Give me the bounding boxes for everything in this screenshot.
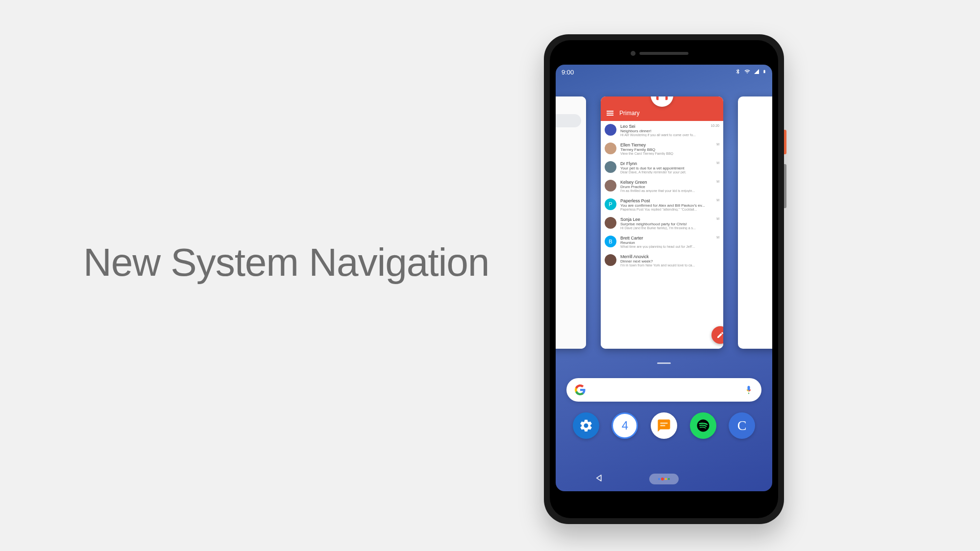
dock-calendar-icon[interactable]: 4: [612, 412, 638, 439]
speaker-grille: [639, 52, 688, 55]
navigation-bar: [556, 467, 772, 491]
recent-app-next[interactable]: [738, 96, 772, 349]
settings-search-bar[interactable]: Search settings: [556, 114, 581, 127]
avatar: B: [605, 236, 616, 247]
app-dock: 4 C: [556, 412, 772, 439]
avatar: [605, 217, 616, 229]
google-search-bar[interactable]: [566, 378, 761, 402]
settings-item[interactable]: Network & InternetWi-Fi, mobile, data us…: [556, 134, 586, 151]
assistant-icon: [658, 478, 670, 480]
email-item[interactable]: PPaperless PostMYou are confirmed for Al…: [601, 195, 723, 214]
settings-item[interactable]: Storage52% used - 30.60 GB free: [556, 234, 586, 251]
dock-settings-icon[interactable]: [573, 412, 599, 439]
email-item[interactable]: Sonja LeeMSurprise neighborhood party fo…: [601, 214, 723, 233]
recent-app-gmail[interactable]: Primary Leo Sei10:20Neighbors dinner!Hi …: [601, 96, 723, 349]
dock-messages-icon[interactable]: [651, 412, 677, 439]
back-button[interactable]: [595, 474, 604, 484]
recent-app-settings[interactable]: Search settings Network & InternetWi-Fi,…: [556, 96, 586, 349]
power-button[interactable]: [784, 130, 786, 154]
email-item[interactable]: Leo Sei10:20Neighbors dinner!Hi All! Won…: [601, 121, 723, 140]
home-pill-button[interactable]: [649, 474, 679, 484]
settings-item[interactable]: Battery100% - 1 h 30 min left until full…: [556, 184, 586, 201]
email-item[interactable]: Merrill AnovickDinner next week?I'm in t…: [601, 251, 723, 270]
dock-spotify-icon[interactable]: [690, 412, 716, 439]
bluetooth-icon: [735, 69, 741, 76]
compose-button[interactable]: [711, 326, 723, 344]
email-item[interactable]: Dr FlynnMYour pet is due for a vet appoi…: [601, 158, 723, 177]
battery-icon: [762, 68, 766, 76]
drag-indicator-icon: [657, 362, 671, 364]
svg-rect-1: [660, 425, 665, 427]
gmail-category-label: Primary: [619, 110, 639, 117]
avatar: [605, 254, 616, 266]
svg-rect-0: [660, 423, 667, 424]
wifi-icon: [744, 69, 751, 76]
recent-apps-carousel[interactable]: Search settings Network & InternetWi-Fi,…: [556, 82, 772, 349]
email-list[interactable]: Leo Sei10:20Neighbors dinner!Hi All! Won…: [601, 121, 723, 349]
signal-icon: [754, 69, 760, 76]
avatar: [605, 161, 616, 173]
avatar: P: [605, 198, 616, 210]
hamburger-menu-icon[interactable]: [607, 111, 613, 116]
status-time: 9:00: [562, 69, 574, 76]
settings-item[interactable]: DisplayWallpaper, sleep, font size: [556, 201, 586, 217]
avatar: [605, 143, 616, 154]
email-item[interactable]: Ellen TierneyMTierney Family BBQView the…: [601, 140, 723, 158]
google-logo-icon: [574, 384, 586, 396]
settings-item[interactable]: Connected devicesBluetooth, Cast, NFC: [556, 151, 586, 168]
status-bar: 9:00: [556, 65, 772, 79]
settings-item[interactable]: Apps & notificationsPermissions, default…: [556, 168, 586, 184]
slide-title: New System Navigation: [83, 240, 489, 285]
email-item[interactable]: BBrett CarterMReunionWhat time are you p…: [601, 233, 723, 251]
front-camera: [631, 51, 636, 56]
screen: 9:00 Search settings Network & Inte: [556, 65, 772, 491]
avatar: [605, 180, 616, 192]
avatar: [605, 124, 616, 136]
volume-button[interactable]: [784, 164, 786, 208]
dock-app-c-icon[interactable]: C: [729, 412, 755, 439]
settings-item[interactable]: SoundVolume, vibration, Do Not Disturb: [556, 217, 586, 234]
mic-icon[interactable]: [744, 385, 754, 395]
email-item[interactable]: Kelsey GreenMDrum PracticeI'm as thrille…: [601, 177, 723, 195]
settings-item[interactable]: Security & locationPlay Protect, screen …: [556, 251, 586, 267]
phone-frame: 9:00 Search settings Network & Inte: [544, 34, 784, 524]
